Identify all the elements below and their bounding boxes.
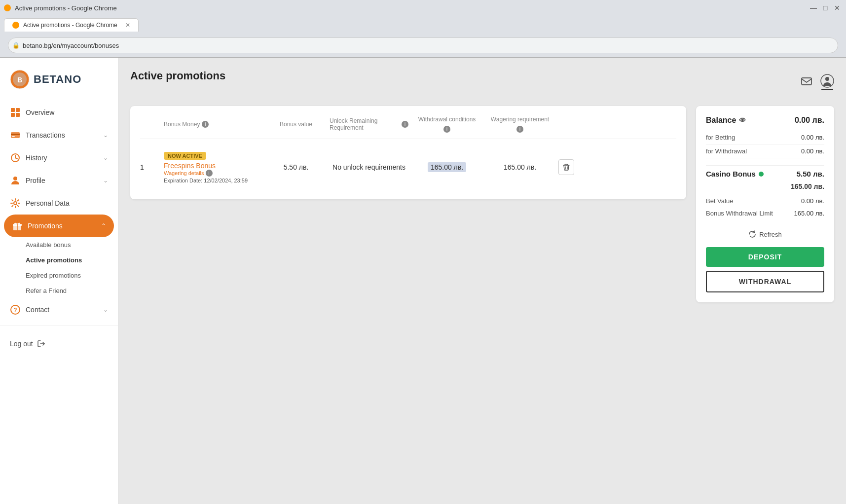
svg-point-23 (825, 77, 829, 81)
sidebar-item-overview[interactable]: Overview (0, 101, 118, 124)
svg-text:B: B (17, 76, 22, 84)
for-withdrawal-amount: 0.00 лв. (801, 147, 824, 155)
refresh-label: Refresh (759, 231, 782, 238)
sidebar-item-profile[interactable]: Profile ⌄ (0, 169, 118, 192)
svg-rect-9 (12, 136, 15, 137)
casino-bonus-label-text: Casino Bonus (706, 170, 756, 178)
balance-eye-icon[interactable]: 👁 (739, 116, 746, 124)
deposit-button[interactable]: DEPOSIT (706, 247, 824, 267)
table-row: 1 NOW ACTIVE Freespins Bonus Wagering de… (140, 145, 676, 189)
sidebar-item-promotions[interactable]: Promotions ⌃ (4, 215, 114, 237)
wagering-info-icon[interactable]: i (516, 126, 523, 133)
card-icon (10, 130, 21, 141)
betano-logo-icon: B (10, 70, 30, 89)
gift-icon (12, 220, 23, 231)
withdrawal-info-icon[interactable]: i (443, 126, 450, 133)
bet-value-amount: 0.00 лв. (801, 197, 824, 205)
withdrawal-button[interactable]: WITHDRAWAL (706, 271, 824, 292)
unlock-req-info-icon[interactable]: i (402, 121, 408, 128)
sidebar-item-personal-data[interactable]: Personal Data (0, 192, 118, 215)
trash-icon (562, 163, 570, 171)
profile-chevron: ⌄ (103, 177, 108, 184)
wagering-details-info[interactable]: i (206, 170, 213, 177)
user-profile-button[interactable] (820, 74, 834, 90)
question-icon: ? (10, 304, 21, 315)
sidebar-item-history[interactable]: History ⌄ (0, 146, 118, 169)
promotions-table-panel: Bonus Money i Bonus value Unlock Remaini… (130, 106, 686, 302)
mail-icon-button[interactable] (801, 75, 812, 89)
promotions-subnav: Available bonus Active promotions Expire… (0, 237, 118, 298)
for-withdrawal-row: for Withdrawal 0.00 лв. (706, 144, 824, 158)
user-underline (821, 89, 833, 90)
for-withdrawal-label: for Withdrawal (706, 147, 747, 155)
balance-card: Balance 👁 0.00 лв. for Betting 0.00 лв. … (696, 106, 834, 302)
balance-panel: Balance 👁 0.00 лв. for Betting 0.00 лв. … (696, 106, 834, 302)
th-bonus-money: Bonus Money (164, 121, 200, 128)
bonus-name-link[interactable]: Freespins Bonus (164, 162, 262, 170)
th-wagering: Wagering requirement (491, 116, 549, 123)
unlock-req-cell: No unlock requirements (332, 163, 405, 171)
th-withdrawal: Withdrawal conditions (418, 116, 476, 123)
svg-text:?: ? (13, 307, 17, 314)
restore-button[interactable]: □ (820, 3, 830, 13)
transactions-chevron: ⌄ (103, 132, 108, 139)
bonus-value-cell: 5.50 лв. (284, 163, 309, 171)
address-bar-url[interactable]: betano.bg/en/myaccount/bonuses (23, 42, 834, 49)
for-betting-amount: 0.00 лв. (801, 134, 824, 141)
grid-icon (10, 107, 21, 118)
wagering-details-text[interactable]: Wagering details (164, 170, 204, 176)
subnav-available-bonus[interactable]: Available bonus (26, 237, 118, 252)
browser-tab[interactable]: Active promotions - Google Chrome ✕ (4, 18, 139, 32)
minimize-button[interactable]: — (809, 3, 818, 13)
svg-point-13 (13, 177, 17, 180)
gear-icon (10, 198, 21, 209)
tab-favicon (12, 22, 19, 29)
withdrawal-limit-row: Bonus Withdrawal Limit 165.00 лв. (706, 207, 824, 219)
casino-bonus-sub-value: 165.00 лв. (791, 182, 824, 190)
svg-rect-21 (802, 78, 811, 85)
promotions-chevron: ⌃ (101, 222, 106, 229)
bet-value-row: Bet Value 0.00 лв. (706, 195, 824, 207)
clock-icon (10, 152, 21, 163)
svg-point-14 (14, 202, 17, 205)
refresh-icon (748, 230, 756, 238)
subnav-expired-promotions[interactable]: Expired promotions (26, 268, 118, 283)
svg-rect-8 (11, 134, 20, 135)
svg-rect-6 (16, 113, 20, 117)
logout-icon (37, 339, 46, 348)
contact-chevron: ⌄ (103, 306, 108, 313)
table-header: Bonus Money i Bonus value Unlock Remaini… (140, 116, 676, 139)
balance-label-text: Balance (706, 116, 736, 125)
withdrawal-cond-cell: 165.00 лв. (428, 162, 466, 172)
contact-label: Contact (26, 306, 103, 314)
subnav-refer-a-friend[interactable]: Refer a Friend (26, 283, 118, 298)
user-avatar-icon (820, 74, 834, 88)
tab-close-icon[interactable]: ✕ (125, 22, 130, 29)
tab-label: Active promotions - Google Chrome (23, 22, 117, 29)
promotions-label: Promotions (28, 222, 101, 230)
logo-area: B BETANO (0, 70, 118, 101)
refresh-button[interactable]: Refresh (706, 225, 824, 243)
svg-line-12 (15, 158, 17, 159)
svg-rect-4 (16, 108, 20, 112)
logout-label: Log out (10, 340, 33, 348)
casino-bonus-header: Casino Bonus 5.50 лв. (706, 165, 824, 178)
sidebar-item-transactions[interactable]: Transactions ⌄ (0, 124, 118, 146)
sidebar-item-contact[interactable]: ? Contact ⌄ (0, 298, 118, 321)
mail-icon (801, 75, 812, 87)
bonus-money-info-icon[interactable]: i (202, 121, 209, 128)
overview-label: Overview (26, 108, 108, 116)
svg-rect-3 (11, 108, 15, 112)
balance-value: 0.00 лв. (795, 116, 824, 125)
logout-button[interactable]: Log out (0, 333, 118, 354)
now-active-badge: NOW ACTIVE (164, 152, 206, 160)
history-chevron: ⌄ (103, 154, 108, 161)
close-button[interactable]: ✕ (832, 3, 842, 13)
delete-bonus-button[interactable] (558, 159, 574, 175)
subnav-active-promotions[interactable]: Active promotions (26, 252, 118, 268)
th-bonus-value: Bonus value (280, 121, 312, 128)
sidebar: B BETANO Overview Transactions ⌄ (0, 58, 118, 504)
browser-title: Active promotions - Google Chrome (15, 4, 117, 12)
expiry-label: Expiration Date: 12/02/2024, 23:59 (164, 178, 262, 183)
promotions-card: Bonus Money i Bonus value Unlock Remaini… (130, 106, 686, 199)
